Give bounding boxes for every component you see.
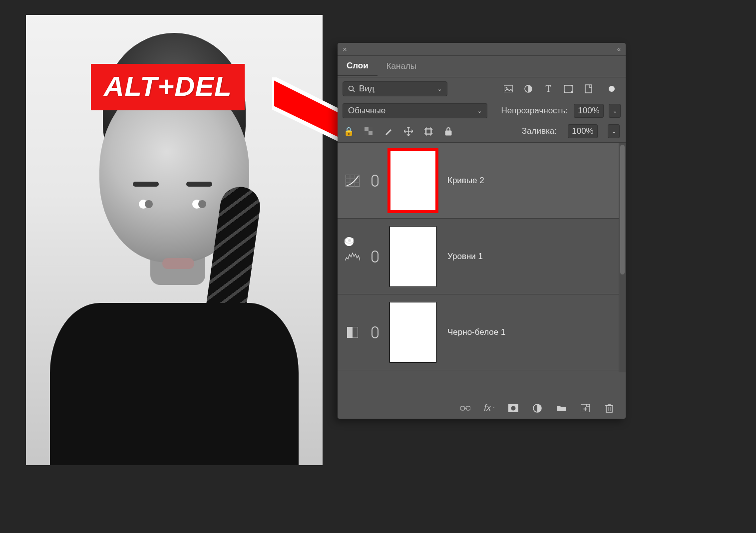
lock-all-icon[interactable] [443,126,454,137]
lock-label: 🔒 [344,126,354,137]
chevron-down-icon: ⌄ [437,86,442,92]
link-layers-icon[interactable] [460,403,471,414]
svg-rect-50 [606,406,612,412]
shortcut-badge: ALT+DEL [91,64,245,110]
fill-label: Заливка: [522,126,557,136]
layers-panel-footer: fx ˅ [338,397,626,419]
lock-artboard-icon[interactable] [423,126,434,137]
lock-pixels-icon[interactable] [363,126,374,137]
lock-position-icon[interactable] [403,126,414,137]
curves-adjustment-icon[interactable] [345,174,361,188]
layer-mask-thumbnail[interactable] [389,150,436,211]
layer-mask-thumbnail[interactable] [389,302,436,363]
svg-rect-11 [571,85,573,86]
search-icon [348,85,355,92]
delete-layer-icon[interactable] [604,403,615,414]
layer-row[interactable]: Уровни 1 [338,219,626,294]
opacity-value[interactable]: 100% [574,104,604,118]
fill-stepper[interactable]: ⌄ [608,124,620,138]
mask-link-icon[interactable] [372,326,378,338]
add-mask-icon[interactable] [508,403,519,414]
tab-channels[interactable]: Каналы [378,56,425,76]
lock-brush-icon[interactable] [383,126,394,137]
svg-rect-30 [346,175,360,187]
layer-list: Кривые 2 Уровни 1 Черно-белое 1 [338,143,626,372]
svg-rect-12 [564,91,565,93]
svg-rect-14 [585,85,592,93]
mask-link-icon[interactable] [372,175,378,187]
close-icon[interactable]: × [343,45,347,53]
levels-adjustment-icon[interactable] [345,250,361,264]
layer-row[interactable]: Черно-белое 1 [338,294,626,370]
layer-name[interactable]: Уровни 1 [447,252,483,262]
layer-name[interactable]: Черно-белое 1 [447,327,505,337]
blend-mode-select[interactable]: Обычные ⌄ [343,103,487,118]
layer-filter-kind-label: Вид [359,84,375,94]
layers-scrollbar[interactable] [619,143,626,372]
collapse-icon[interactable]: « [617,45,621,53]
svg-rect-19 [365,131,369,135]
tab-layers[interactable]: Слои [338,56,378,77]
svg-line-5 [353,90,355,92]
layers-panel: × « Слои Каналы Вид ⌄ T Обычные ⌄ [338,43,626,419]
layer-fx-icon[interactable]: fx ˅ [484,403,495,413]
svg-point-7 [506,87,507,89]
opacity-stepper[interactable]: ⌄ [609,104,621,118]
svg-rect-13 [571,91,573,93]
bw-adjustment-icon[interactable] [345,325,361,339]
filter-shape-icon[interactable] [563,83,574,94]
layer-filter-kind-select[interactable]: Вид ⌄ [343,81,447,96]
filter-toggle[interactable] [609,86,615,92]
svg-rect-17 [369,131,373,135]
opacity-label: Непрозрачность: [501,106,568,116]
filter-text-icon[interactable]: T [543,83,554,94]
svg-rect-9 [564,85,572,92]
svg-point-38 [348,239,351,242]
layer-name[interactable]: Кривые 2 [447,176,484,186]
chevron-down-icon: ⌄ [477,108,482,114]
svg-rect-18 [369,127,373,131]
svg-point-45 [511,406,516,410]
mask-link-icon[interactable] [372,251,378,263]
panel-menu-icon[interactable] [612,61,626,72]
layer-mask-thumbnail[interactable] [389,226,436,287]
filter-smart-icon[interactable] [583,83,594,94]
svg-rect-40 [347,327,353,338]
blend-mode-label: Обычные [348,106,385,116]
svg-point-4 [349,86,354,91]
filter-pixel-icon[interactable] [503,83,514,94]
layer-row[interactable]: Кривые 2 [338,143,626,219]
svg-rect-16 [365,127,369,131]
new-layer-icon[interactable] [580,403,591,414]
svg-rect-10 [564,85,565,86]
visibility-eye-icon[interactable] [345,237,354,246]
svg-rect-27 [445,131,451,135]
new-adjustment-icon[interactable] [532,403,543,414]
filter-adjust-icon[interactable] [523,83,534,94]
new-group-icon[interactable] [556,403,567,414]
fill-value[interactable]: 100% [568,124,598,138]
